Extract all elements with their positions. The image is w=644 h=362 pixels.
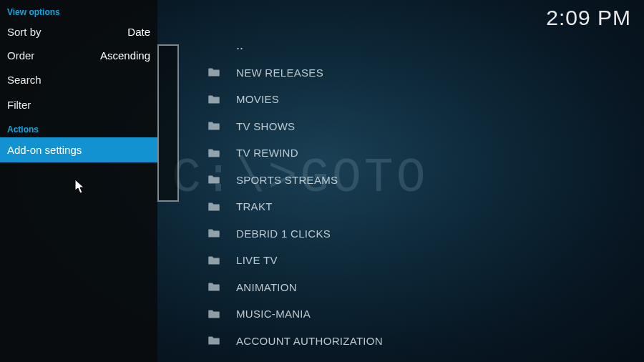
list-item[interactable]: LIVE TV (208, 247, 630, 274)
folder-icon (208, 202, 220, 212)
list-item[interactable]: MUSIC-MANIA (208, 300, 630, 328)
list-item[interactable]: SEARCH (208, 354, 630, 362)
list-item-label: TRAKT (236, 200, 273, 212)
order-row[interactable]: Order Ascending (0, 44, 157, 67)
folder-icon (208, 67, 220, 77)
list-item-label: MUSIC-MANIA (236, 308, 311, 320)
blank-icon (208, 41, 220, 51)
order-label: Order (7, 49, 34, 62)
content-list: ..NEW RELEASESMOVIESTV SHOWSTV REWINDSPO… (208, 32, 630, 362)
search-option[interactable]: Search (0, 67, 157, 92)
addon-settings-option[interactable]: Add-on settings (0, 137, 157, 162)
list-item[interactable]: .. (208, 32, 630, 59)
clock: 2:09 PM (546, 6, 631, 30)
order-value: Ascending (100, 49, 150, 62)
sort-by-row[interactable]: Sort by Date (0, 20, 157, 44)
folder-icon (208, 121, 220, 131)
filter-option[interactable]: Filter (0, 92, 157, 117)
folder-icon (208, 309, 220, 319)
folder-icon (208, 255, 220, 265)
list-item-label: LIVE TV (236, 254, 278, 266)
list-item[interactable]: DEBRID 1 CLICKS (208, 220, 630, 248)
list-item[interactable]: ANIMATION (208, 274, 630, 301)
list-item-label: SPORTS STREAMS (236, 174, 338, 186)
folder-icon (208, 336, 220, 346)
folder-icon (208, 282, 220, 292)
list-item-label: NEW RELEASES (236, 67, 323, 79)
list-item-label: TV REWIND (236, 147, 298, 159)
list-item-label: ACCOUNT AUTHORIZATION (236, 335, 383, 347)
list-item-label: TV SHOWS (236, 120, 295, 132)
folder-icon (208, 148, 220, 158)
list-item[interactable]: SPORTS STREAMS (208, 167, 630, 194)
view-options-header: View options (0, 0, 157, 20)
list-item-label: DEBRID 1 CLICKS (236, 228, 331, 240)
list-item[interactable]: TV SHOWS (208, 113, 630, 140)
side-panel: View options Sort by Date Order Ascendin… (0, 0, 157, 362)
folder-icon (208, 175, 220, 185)
list-item-label: ANIMATION (236, 281, 297, 293)
sort-by-value: Date (127, 26, 150, 38)
folder-icon (208, 228, 220, 238)
sort-by-label: Sort by (7, 26, 42, 38)
folder-icon (208, 94, 220, 104)
list-item[interactable]: TRAKT (208, 193, 630, 220)
list-item[interactable]: TV REWIND (208, 140, 630, 167)
list-item[interactable]: ACCOUNT AUTHORIZATION (208, 328, 630, 355)
actions-header: Actions (0, 117, 157, 137)
list-item[interactable]: MOVIES (208, 86, 630, 113)
list-item-label: .. (236, 38, 243, 53)
list-item-label: MOVIES (236, 93, 279, 105)
list-item[interactable]: NEW RELEASES (208, 59, 630, 87)
